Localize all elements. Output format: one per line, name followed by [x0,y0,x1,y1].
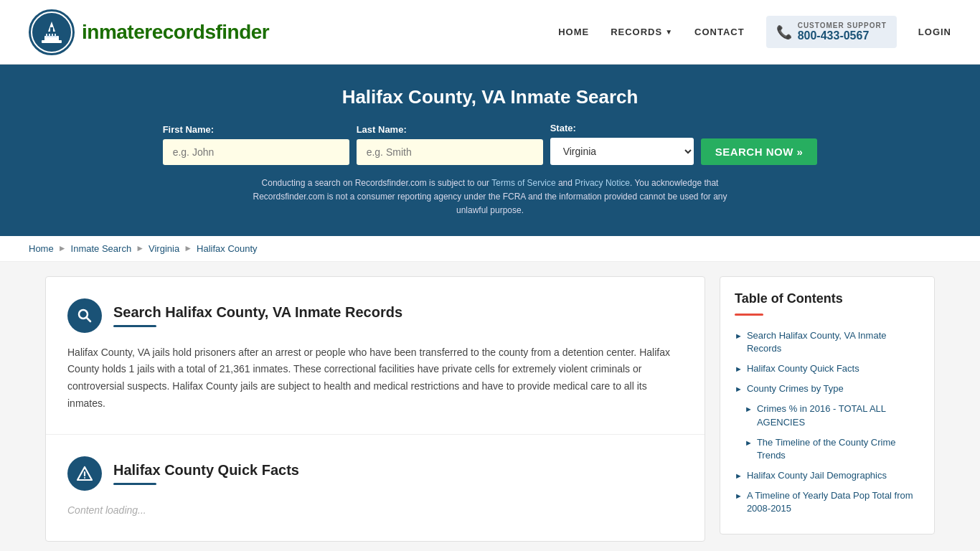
toc-chevron-icon: ► [735,364,743,375]
first-name-label: First Name: [163,124,349,135]
logo-text: inmaterecordsfinder [82,21,269,44]
toc-box: Table of Contents ►Search Halifax County… [720,276,935,534]
last-name-label: Last Name: [357,124,543,135]
toc-title: Table of Contents [735,291,920,306]
breadcrumb-home[interactable]: Home [29,243,54,254]
nav-login[interactable]: LOGIN [918,27,951,37]
section2-header: Halifax County Quick Facts [67,456,683,491]
tos-link[interactable]: Terms of Service [491,178,555,188]
first-name-input[interactable] [163,139,349,165]
toc-chevron-icon: ► [735,384,743,395]
section2-body: Content loading... [67,502,683,519]
section-quick-facts: Halifax County Quick Facts Content loadi… [46,435,705,541]
breadcrumb-inmate-search[interactable]: Inmate Search [71,243,132,254]
search-button[interactable]: SEARCH NOW » [701,138,818,165]
nav-home[interactable]: HOME [558,27,589,37]
svg-rect-8 [52,34,53,37]
search-form: First Name: Last Name: State: Virginia A… [29,123,951,165]
alert-circle-icon [67,456,102,491]
search-circle-icon [67,298,102,333]
headphone-icon: 📞 [776,24,792,40]
first-name-group: First Name: [163,124,349,165]
support-phone: 800-433-0567 [798,29,887,42]
toc-item[interactable]: ►Crimes % in 2016 - TOTAL ALL AGENCIES [735,399,920,432]
sidebar: Table of Contents ►Search Halifax County… [720,276,935,534]
toc-item[interactable]: ►Search Halifax County, VA Inmate Record… [735,326,920,359]
toc-chevron-icon: ► [735,331,743,342]
breadcrumb-sep-2: ► [136,243,144,253]
site-header: inmaterecordsfinder HOME RECORDS ▼ CONTA… [0,0,980,65]
breadcrumb: Home ► Inmate Search ► Virginia ► Halifa… [0,236,980,262]
svg-rect-9 [55,34,56,37]
main-container: Search Halifax County, VA Inmate Records… [24,276,956,542]
last-name-input[interactable] [357,139,543,165]
toc-chevron-icon: ► [745,404,753,415]
section1-underline [113,325,156,327]
svg-line-11 [87,317,91,321]
logo-icon [29,9,75,55]
section2-underline [113,483,156,485]
section1-body: Halifax County, VA jails hold prisoners … [67,344,683,413]
toc-list: ►Search Halifax County, VA Inmate Record… [735,326,920,519]
records-chevron-icon: ▼ [665,28,673,36]
toc-item[interactable]: ►County Crimes by Type [735,379,920,399]
toc-chevron-icon: ► [745,438,753,448]
hero-title: Halifax County, VA Inmate Search [29,86,951,108]
svg-rect-6 [46,34,47,37]
state-label: State: [550,123,694,133]
state-group: State: Virginia Alabama Alaska All State… [550,123,694,165]
customer-support-box: 📞 CUSTOMER SUPPORT 800-433-0567 [766,16,897,48]
hero-section: Halifax County, VA Inmate Search First N… [0,65,980,236]
section2-title: Halifax County Quick Facts [113,462,299,479]
nav-records[interactable]: RECORDS ▼ [611,27,673,37]
toc-divider [735,314,763,316]
state-select[interactable]: Virginia Alabama Alaska All States [550,138,694,165]
svg-rect-2 [42,40,62,43]
section1-header: Search Halifax County, VA Inmate Records [67,298,683,333]
nav-contact[interactable]: CONTACT [694,27,745,37]
breadcrumb-sep-3: ► [184,243,192,253]
section-inmate-records: Search Halifax County, VA Inmate Records… [46,277,705,435]
toc-item[interactable]: ►The Timeline of the County Crime Trends [735,433,920,466]
toc-chevron-icon: ► [735,471,743,481]
svg-point-14 [84,477,85,479]
toc-item[interactable]: ►Halifax County Jail Demographics [735,466,920,486]
last-name-group: Last Name: [357,124,543,165]
toc-item[interactable]: ►Halifax County Quick Facts [735,359,920,379]
logo-area: inmaterecordsfinder [29,9,269,55]
support-label: CUSTOMER SUPPORT [798,22,887,29]
main-nav: HOME RECORDS ▼ CONTACT 📞 CUSTOMER SUPPOR… [558,16,951,48]
disclaimer-text: Conducting a search on Recordsfinder.com… [239,176,741,218]
section1-title: Search Halifax County, VA Inmate Records [113,304,402,321]
svg-rect-7 [49,34,50,37]
toc-chevron-icon: ► [735,491,743,501]
breadcrumb-sep-1: ► [58,243,67,253]
breadcrumb-virginia[interactable]: Virginia [149,243,179,254]
privacy-link[interactable]: Privacy Notice [575,178,630,188]
content-area: Search Halifax County, VA Inmate Records… [45,276,705,542]
toc-item[interactable]: ►A Timeline of Yearly Data Pop Total fro… [735,486,920,519]
breadcrumb-current: Halifax County [197,243,258,254]
